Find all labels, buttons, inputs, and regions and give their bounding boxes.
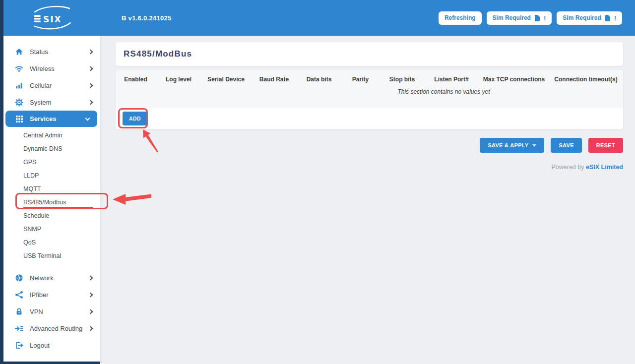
save-apply-label: SAVE & APPLY <box>488 142 528 148</box>
column-header-serial-device: Serial Device <box>201 76 251 83</box>
sidebar-item-services[interactable]: Services <box>5 111 97 127</box>
form-actions: SAVE & APPLY SAVE RESET <box>116 138 623 153</box>
sim-required-button-2[interactable]: Sim Required ! <box>557 11 622 25</box>
sidebar-item-label: Advanced Routing <box>30 325 82 332</box>
wifi-icon <box>15 64 23 73</box>
empty-table-message: This section contains no values yet <box>116 88 623 95</box>
globe-icon <box>15 274 23 282</box>
chevron-down-icon <box>85 116 90 121</box>
sidebar-item-advanced-routing[interactable]: Advanced Routing <box>3 320 100 337</box>
caret-down-icon <box>532 144 536 147</box>
column-header-connection-timeout: Connection timeout(s) <box>549 76 623 83</box>
sim-required-button-1[interactable]: Sim Required ! <box>487 11 552 25</box>
sidebar-item-label: Wireless <box>30 65 55 72</box>
status-button-group: Refreshing Sim Required ! Sim Required ! <box>439 11 622 25</box>
chevron-right-icon <box>88 83 93 88</box>
share-nodes-icon <box>15 291 23 299</box>
left-edge-strip <box>0 0 3 364</box>
submenu-label: Central Admin <box>23 132 63 139</box>
column-header-baud-rate: Baud Rate <box>251 76 298 83</box>
submenu-item-lldp[interactable]: LLDP <box>3 169 100 182</box>
alert-badge: ! <box>614 14 616 22</box>
submenu-item-central-admin[interactable]: Central Admin <box>3 128 100 142</box>
gear-icon <box>15 98 23 107</box>
sidebar-item-label: System <box>30 99 51 106</box>
column-header-listen-port: Listen Port# <box>424 76 479 83</box>
add-button[interactable]: ADD <box>123 112 147 125</box>
submenu-item-usb-terminal[interactable]: USB Terminal <box>3 249 100 262</box>
submenu-item-dynamic-dns[interactable]: Dynamic DNS <box>3 142 100 155</box>
sidebar-item-cellular[interactable]: Cellular <box>3 77 100 94</box>
esix-logo: SIX <box>29 4 74 31</box>
reset-button[interactable]: RESET <box>588 138 623 153</box>
sidebar-item-logout[interactable]: Logout <box>3 337 100 354</box>
firmware-version: B v1.6.0.241025 <box>122 14 172 22</box>
column-header-stop-bits: Stop bits <box>381 76 424 83</box>
main-content: RS485/ModBus Enabled Log level Serial De… <box>100 36 635 364</box>
top-bar: SIX B v1.6.0.241025 Refreshing Sim Requi… <box>0 0 635 36</box>
column-header-max-tcp: Max TCP connections <box>479 76 549 83</box>
sidebar-item-wireless[interactable]: Wireless <box>3 60 100 77</box>
submenu-item-schedule[interactable]: Schedule <box>3 209 100 222</box>
table-footer-area: ADD <box>116 108 623 129</box>
submenu-item-gps[interactable]: GPS <box>3 155 100 169</box>
sidebar-bottom-group: Network IPfiber VPN <box>3 269 100 354</box>
app-root: SIX B v1.6.0.241025 Refreshing Sim Requi… <box>0 0 635 364</box>
submenu-item-rs485-modbus[interactable]: RS485/Modbus <box>3 195 100 209</box>
submenu-label: Dynamic DNS <box>23 145 63 152</box>
submenu-label: RS485/Modbus <box>23 199 66 206</box>
alert-badge: ! <box>544 14 546 22</box>
sidebar-item-network[interactable]: Network <box>3 269 100 286</box>
submenu-item-snmp[interactable]: SNMP <box>3 222 100 236</box>
submenu-label: GPS <box>23 159 36 166</box>
sidebar-item-label: Cellular <box>30 82 52 89</box>
column-header-enabled: Enabled <box>116 76 156 83</box>
page-title: RS485/ModBus <box>124 49 192 59</box>
chevron-right-icon <box>88 326 93 331</box>
chevron-right-icon <box>88 49 93 54</box>
submenu-label: Schedule <box>23 212 49 219</box>
services-submenu: Central Admin Dynamic DNS GPS LLDP MQTT … <box>3 128 100 262</box>
logo-text: SIX <box>43 14 62 24</box>
sim-icon <box>605 14 611 22</box>
sidebar-item-system[interactable]: System <box>3 94 100 111</box>
sim-icon <box>534 14 540 22</box>
submenu-label: LLDP <box>23 172 39 179</box>
sidebar-item-label: VPN <box>30 308 43 315</box>
logout-icon <box>15 341 23 350</box>
sim-required-label: Sim Required <box>493 14 531 21</box>
sidebar-item-status[interactable]: Status <box>3 43 100 60</box>
submenu-item-mqtt[interactable]: MQTT <box>3 182 100 195</box>
sidebar-item-ipfiber[interactable]: IPfiber <box>3 286 100 303</box>
sidebar-item-label: Status <box>30 48 48 56</box>
table-header-area: Enabled Log level Serial Device Baud Rat… <box>116 70 623 108</box>
chevron-right-icon <box>88 66 93 71</box>
sidebar-item-label: Network <box>30 274 54 282</box>
submenu-label: USB Terminal <box>23 252 61 259</box>
column-header-data-bits: Data bits <box>298 76 340 83</box>
submenu-item-qos[interactable]: QoS <box>3 236 100 249</box>
refreshing-label: Refreshing <box>444 14 476 21</box>
save-apply-button[interactable]: SAVE & APPLY <box>480 138 544 153</box>
chevron-right-icon <box>88 309 93 314</box>
sidebar-bottom-strip <box>0 362 100 364</box>
page-title-card: RS485/ModBus <box>116 42 623 66</box>
sidebar-item-label: Services <box>30 115 57 122</box>
refreshing-button[interactable]: Refreshing <box>439 11 482 25</box>
submenu-label: MQTT <box>23 185 41 192</box>
chevron-right-icon <box>88 292 93 297</box>
sidebar-item-label: Logout <box>30 342 50 349</box>
home-icon <box>15 48 23 56</box>
sidebar-item-vpn[interactable]: VPN <box>3 303 100 320</box>
rs485-table-card: Enabled Log level Serial Device Baud Rat… <box>116 70 623 129</box>
esix-limited-link[interactable]: eSIX Limited <box>586 164 623 171</box>
table-header-row: Enabled Log level Serial Device Baud Rat… <box>116 70 623 83</box>
chevron-right-icon <box>88 100 93 105</box>
submenu-label: QoS <box>23 239 36 246</box>
sidebar: Status Wireless Cellular System <box>3 36 100 364</box>
active-submenu-underline <box>23 207 93 208</box>
powered-by-footer: Powered by eSIX Limited <box>116 164 623 171</box>
lock-icon <box>15 307 23 316</box>
column-header-log-level: Log level <box>156 76 201 83</box>
save-button[interactable]: SAVE <box>551 138 581 153</box>
